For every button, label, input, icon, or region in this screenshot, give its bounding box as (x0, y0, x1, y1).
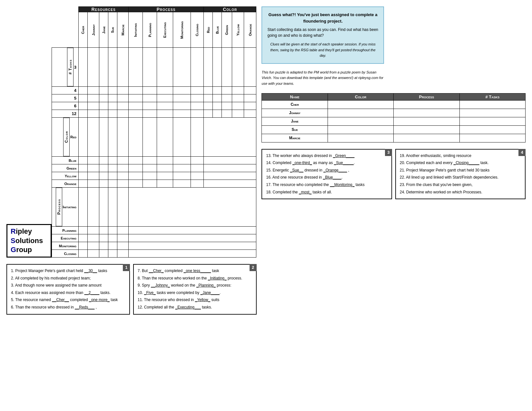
cell-colorange-jane[interactable] (99, 180, 108, 188)
cell-colorange-cher[interactable] (79, 180, 88, 188)
cell-procinit-jane[interactable] (99, 188, 108, 227)
cell-tasks5-blue[interactable] (213, 94, 222, 102)
cell-colgreen-exec[interactable] (157, 164, 173, 172)
cell-tasks4-jane[interactable] (99, 87, 108, 94)
cell-procmon-sue[interactable] (108, 242, 117, 250)
cell-colyellow-sue[interactable] (108, 172, 117, 180)
cell-procexec-cher[interactable] (79, 234, 88, 242)
cell-tasks4-cher[interactable] (79, 87, 88, 94)
cell-tasks12-mon[interactable] (173, 110, 191, 118)
cell-colorange-plan[interactable] (143, 180, 157, 188)
cell-colgreen-cher[interactable] (79, 164, 88, 172)
cell-colorange-mon[interactable] (173, 180, 191, 188)
cell-colgreen-init[interactable] (129, 164, 143, 172)
cell-tasks4-green[interactable] (222, 87, 232, 94)
cell-procexec-jane[interactable] (99, 234, 108, 242)
cell-colblue-mon[interactable] (173, 157, 191, 164)
cell-colblue-marcie[interactable] (117, 157, 129, 164)
cell-tasks5-cher[interactable] (79, 94, 88, 102)
cell-tasks3-marcie[interactable] (117, 48, 129, 87)
cell-colred-marcie[interactable] (117, 118, 129, 157)
cell-colyellow-johnny[interactable] (88, 172, 99, 180)
answer-process-jane[interactable] (394, 117, 459, 125)
cell-tasks4-init[interactable] (129, 87, 143, 94)
cell-tasks4-sue[interactable] (108, 87, 117, 94)
cell-procplan-cher[interactable] (79, 227, 88, 234)
answer-color-sue[interactable] (328, 125, 393, 134)
cell-tasks3-red[interactable] (204, 48, 213, 87)
cell-tasks5-plan[interactable] (143, 94, 157, 102)
cell-colred-mon[interactable] (173, 118, 191, 157)
cell-tasks3-sue[interactable] (108, 48, 117, 87)
cell-procexec-marcie[interactable] (117, 234, 129, 242)
cell-tasks3-exec[interactable] (157, 48, 173, 87)
cell-colorange-close[interactable] (191, 180, 204, 188)
answer-process-sue[interactable] (394, 125, 459, 134)
cell-tasks3-orange[interactable] (244, 48, 256, 87)
cell-tasks5-jane[interactable] (99, 94, 108, 102)
cell-tasks4-exec[interactable] (157, 87, 173, 94)
cell-colgreen-sue[interactable] (108, 164, 117, 172)
cell-tasks5-exec[interactable] (157, 94, 173, 102)
cell-colblue-johnny[interactable] (88, 157, 99, 164)
cell-tasks6-marcie[interactable] (117, 102, 129, 110)
answer-process-johnny[interactable] (394, 109, 459, 117)
cell-procclose-jane[interactable] (99, 250, 108, 258)
cell-procplan-sue[interactable] (108, 227, 117, 234)
cell-tasks12-johnny[interactable] (88, 110, 99, 118)
cell-tasks3-cher[interactable] (79, 48, 88, 87)
cell-colred-jane[interactable] (99, 118, 108, 157)
cell-tasks3-johnny[interactable] (88, 48, 99, 87)
cell-colred-cher[interactable] (79, 118, 88, 157)
cell-procclose-johnny[interactable] (88, 250, 99, 258)
cell-colred-sue[interactable] (108, 118, 117, 157)
answer-tasks-sue[interactable] (459, 125, 525, 134)
cell-colgreen-mon[interactable] (173, 164, 191, 172)
cell-tasks6-orange[interactable] (244, 102, 256, 110)
cell-tasks5-init[interactable] (129, 94, 143, 102)
answer-process-marcie[interactable] (394, 134, 459, 142)
cell-tasks5-sue[interactable] (108, 94, 117, 102)
cell-colblue-exec[interactable] (157, 157, 173, 164)
answer-color-jane[interactable] (328, 117, 393, 125)
cell-tasks3-close[interactable] (191, 48, 204, 87)
cell-tasks6-close[interactable] (191, 102, 204, 110)
cell-tasks5-marcie[interactable] (117, 94, 129, 102)
cell-tasks6-mon[interactable] (173, 102, 191, 110)
cell-colorange-init[interactable] (129, 180, 143, 188)
cell-procplan-jane[interactable] (99, 227, 108, 234)
cell-tasks6-red[interactable] (204, 102, 213, 110)
cell-colblue-sue[interactable] (108, 157, 117, 164)
cell-tasks4-blue[interactable] (213, 87, 222, 94)
cell-colblue-cher[interactable] (79, 157, 88, 164)
cell-colblue-init[interactable] (129, 157, 143, 164)
cell-tasks3-green[interactable] (222, 48, 232, 87)
cell-tasks4-plan[interactable] (143, 87, 157, 94)
cell-colyellow-init[interactable] (129, 172, 143, 180)
cell-colred-close[interactable] (191, 118, 204, 157)
answer-tasks-marcie[interactable] (459, 134, 525, 142)
cell-procclose-marcie[interactable] (117, 250, 129, 258)
cell-procmon-johnny[interactable] (88, 242, 99, 250)
answer-color-cher[interactable] (328, 100, 393, 109)
cell-tasks4-marcie[interactable] (117, 87, 129, 94)
cell-colyellow-close[interactable] (191, 172, 204, 180)
cell-colgreen-jane[interactable] (99, 164, 108, 172)
cell-tasks12-sue[interactable] (108, 110, 117, 118)
answer-process-cher[interactable] (394, 100, 459, 109)
cell-tasks3-jane[interactable] (99, 48, 108, 87)
cell-colred-johnny[interactable] (88, 118, 99, 157)
cell-tasks6-plan[interactable] (143, 102, 157, 110)
cell-tasks5-close[interactable] (191, 94, 204, 102)
cell-procclose-cher[interactable] (79, 250, 88, 258)
answer-color-johnny[interactable] (328, 109, 393, 117)
cell-tasks6-blue[interactable] (213, 102, 222, 110)
cell-tasks12-close[interactable] (191, 110, 204, 118)
cell-tasks5-green[interactable] (222, 94, 232, 102)
cell-tasks4-red[interactable] (204, 87, 213, 94)
cell-colyellow-marcie[interactable] (117, 172, 129, 180)
cell-tasks6-yellow[interactable] (232, 102, 244, 110)
cell-tasks3-plan[interactable] (143, 48, 157, 87)
cell-tasks6-sue[interactable] (108, 102, 117, 110)
cell-tasks5-mon[interactable] (173, 94, 191, 102)
